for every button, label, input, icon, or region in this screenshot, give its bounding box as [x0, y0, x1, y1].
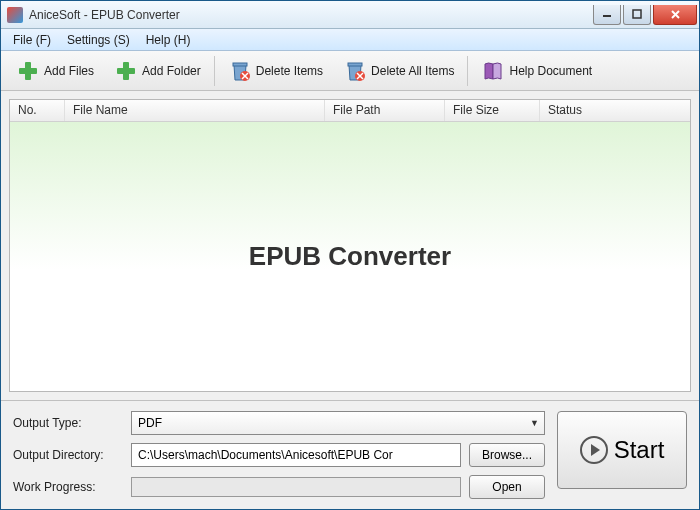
progress-label: Work Progress: — [13, 480, 123, 494]
help-doc-button[interactable]: Help Document — [472, 54, 601, 88]
col-no[interactable]: No. — [10, 100, 65, 121]
svg-rect-7 — [117, 68, 135, 74]
col-name[interactable]: File Name — [65, 100, 325, 121]
toolbar-separator — [467, 56, 468, 86]
list-body[interactable]: EPUB Converter — [10, 122, 690, 391]
menu-file[interactable]: File (F) — [5, 31, 59, 49]
output-type-select[interactable]: PDF — [131, 411, 545, 435]
titlebar[interactable]: AniceSoft - EPUB Converter — [1, 1, 699, 29]
add-files-label: Add Files — [44, 64, 94, 78]
svg-rect-1 — [633, 10, 641, 18]
output-dir-input[interactable] — [131, 443, 461, 467]
watermark-text: EPUB Converter — [249, 241, 451, 272]
bottom-panel: Output Type: PDF ▼ Output Directory: Bro… — [1, 400, 699, 509]
start-button[interactable]: Start — [557, 411, 687, 489]
close-button[interactable] — [653, 5, 697, 25]
menubar: File (F) Settings (S) Help (H) — [1, 29, 699, 51]
app-window: AniceSoft - EPUB Converter File (F) Sett… — [0, 0, 700, 510]
delete-all-label: Delete All Items — [371, 64, 454, 78]
trash-icon — [343, 59, 367, 83]
add-files-button[interactable]: Add Files — [7, 54, 103, 88]
browse-button[interactable]: Browse... — [469, 443, 545, 467]
book-icon — [481, 59, 505, 83]
window-controls — [591, 5, 697, 25]
output-type-value: PDF — [138, 416, 162, 430]
col-path[interactable]: File Path — [325, 100, 445, 121]
options-form: Output Type: PDF ▼ Output Directory: Bro… — [13, 411, 545, 499]
close-icon — [670, 9, 681, 20]
svg-rect-5 — [19, 68, 37, 74]
app-icon — [7, 7, 23, 23]
svg-rect-8 — [233, 63, 247, 66]
start-label: Start — [614, 436, 665, 464]
plus-icon — [114, 59, 138, 83]
add-folder-label: Add Folder — [142, 64, 201, 78]
play-icon — [580, 436, 608, 464]
menu-settings[interactable]: Settings (S) — [59, 31, 138, 49]
svg-rect-12 — [348, 63, 362, 66]
plus-icon — [16, 59, 40, 83]
menu-help[interactable]: Help (H) — [138, 31, 199, 49]
minimize-button[interactable] — [593, 5, 621, 25]
trash-icon — [228, 59, 252, 83]
progress-bar — [131, 477, 461, 497]
maximize-button[interactable] — [623, 5, 651, 25]
output-dir-label: Output Directory: — [13, 448, 123, 462]
open-button[interactable]: Open — [469, 475, 545, 499]
delete-all-button[interactable]: Delete All Items — [334, 54, 463, 88]
output-type-wrap: PDF ▼ — [131, 411, 545, 435]
help-doc-label: Help Document — [509, 64, 592, 78]
col-status[interactable]: Status — [540, 100, 690, 121]
col-size[interactable]: File Size — [445, 100, 540, 121]
window-title: AniceSoft - EPUB Converter — [29, 8, 591, 22]
add-folder-button[interactable]: Add Folder — [105, 54, 210, 88]
delete-items-button[interactable]: Delete Items — [219, 54, 332, 88]
output-type-label: Output Type: — [13, 416, 123, 430]
toolbar: Add Files Add Folder Delete Items Delete… — [1, 51, 699, 91]
delete-items-label: Delete Items — [256, 64, 323, 78]
maximize-icon — [632, 9, 642, 19]
file-list: No. File Name File Path File Size Status… — [9, 99, 691, 392]
list-header: No. File Name File Path File Size Status — [10, 100, 690, 122]
toolbar-separator — [214, 56, 215, 86]
minimize-icon — [602, 9, 612, 19]
